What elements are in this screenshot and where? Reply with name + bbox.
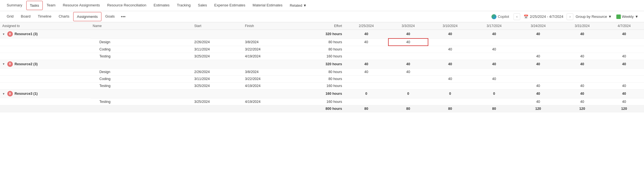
task-date-cell[interactable]: 40 xyxy=(560,83,604,89)
subnav-board[interactable]: Board xyxy=(18,12,34,21)
task-date-cell[interactable]: 40 xyxy=(560,98,604,105)
task-start: 2/26/2024 xyxy=(192,69,243,76)
task-date-cell[interactable] xyxy=(344,46,388,53)
task-date-cell[interactable]: 40 xyxy=(428,76,472,83)
resource-start xyxy=(192,30,243,39)
col-header-date-2: 3/10/2024 xyxy=(428,22,472,30)
prev-date-button[interactable]: ‹ xyxy=(514,13,520,20)
task-date-cell[interactable]: 40 xyxy=(472,46,516,53)
nav-team[interactable]: Team xyxy=(43,1,59,10)
task-date-cell[interactable] xyxy=(516,76,560,83)
task-date-cell[interactable]: 40 xyxy=(344,38,388,46)
task-date-cell[interactable]: 40 xyxy=(560,53,604,60)
expand-icon[interactable]: ▼ xyxy=(2,92,5,95)
task-date-cell[interactable] xyxy=(344,98,388,105)
nav-expense-estimates[interactable]: Expense Estimates xyxy=(211,1,249,10)
task-assigned-col xyxy=(0,46,91,53)
task-date-cell[interactable] xyxy=(388,76,428,83)
task-date-cell[interactable] xyxy=(560,76,604,83)
task-date-cell[interactable] xyxy=(428,69,472,76)
task-name: Design xyxy=(91,38,192,46)
copilot-icon xyxy=(491,14,496,19)
resource-name-col xyxy=(91,60,192,69)
subnav-timeline[interactable]: Timeline xyxy=(34,12,55,21)
nav-resource-assignments[interactable]: Resource Assignments xyxy=(60,1,103,10)
copilot-button[interactable]: Copilot xyxy=(489,13,511,20)
nav-related[interactable]: Related ▼ xyxy=(286,1,310,10)
task-date-cell[interactable] xyxy=(428,53,472,60)
task-date-cell[interactable]: 40 xyxy=(516,53,560,60)
total-row: 800 hours80808080120120120 xyxy=(0,105,644,112)
col-header-finish: Finish xyxy=(243,22,294,30)
task-start: 3/11/2024 xyxy=(192,46,243,53)
task-assigned-col xyxy=(0,76,91,83)
task-date-cell[interactable]: 40 xyxy=(428,46,472,53)
weekly-selector[interactable]: Weekly ▼ xyxy=(614,13,641,20)
more-options-button[interactable]: ••• xyxy=(119,12,128,21)
task-date-cell[interactable] xyxy=(388,83,428,89)
subnav-grid[interactable]: Grid xyxy=(3,12,17,21)
col-header-date-0: 2/25/2024 xyxy=(344,22,388,30)
expand-icon[interactable]: ▼ xyxy=(2,33,5,36)
task-date-cell[interactable] xyxy=(428,83,472,89)
task-date-cell[interactable]: 40 xyxy=(604,83,644,89)
task-name: Coding xyxy=(91,76,192,83)
task-name: Testing xyxy=(91,53,192,60)
next-date-button[interactable]: › xyxy=(567,13,573,20)
task-date-cell[interactable] xyxy=(560,38,604,46)
task-date-cell[interactable] xyxy=(344,53,388,60)
subnav-charts[interactable]: Charts xyxy=(55,12,73,21)
task-date-cell[interactable] xyxy=(604,76,644,83)
task-date-cell[interactable]: 40 xyxy=(388,69,428,76)
task-date-cell[interactable] xyxy=(560,69,604,76)
task-date-cell[interactable] xyxy=(388,46,428,53)
task-date-cell[interactable]: 40 xyxy=(604,98,644,105)
task-date-cell[interactable] xyxy=(388,98,428,105)
task-date-cell[interactable] xyxy=(560,46,604,53)
task-start: 3/25/2024 xyxy=(192,98,243,105)
task-date-cell[interactable]: 40 xyxy=(516,98,560,105)
task-date-cell[interactable] xyxy=(472,98,516,105)
resource-date-6: 40 xyxy=(604,30,644,39)
task-date-cell[interactable] xyxy=(604,38,644,46)
resource-date-3: 0 xyxy=(472,89,516,98)
task-date-cell[interactable] xyxy=(428,98,472,105)
nav-sales[interactable]: Sales xyxy=(194,1,210,10)
task-date-cell[interactable]: 40 xyxy=(516,83,560,89)
task-date-cell[interactable] xyxy=(344,76,388,83)
task-date-cell[interactable] xyxy=(388,53,428,60)
task-date-cell[interactable]: 40 xyxy=(388,38,428,46)
expand-icon[interactable]: ▼ xyxy=(2,62,5,66)
nav-summary[interactable]: Summary xyxy=(3,1,26,10)
task-date-cell[interactable] xyxy=(428,38,472,46)
task-date-cell[interactable] xyxy=(472,38,516,46)
subnav-assignments[interactable]: Assignments xyxy=(73,12,101,21)
task-date-cell[interactable]: 40 xyxy=(344,69,388,76)
resource-row-2: ▼ R Resource2 (3)320 hours40404040404040 xyxy=(0,60,644,69)
resource-date-5: 40 xyxy=(560,89,604,98)
task-date-cell[interactable] xyxy=(604,69,644,76)
nav-resource-reconciliation[interactable]: Resource Reconciliation xyxy=(104,1,150,10)
task-date-cell[interactable] xyxy=(516,46,560,53)
task-date-cell[interactable] xyxy=(516,38,560,46)
group-by-selector[interactable]: Group by Resource ▼ xyxy=(576,14,612,19)
total-date-6: 120 xyxy=(604,105,644,112)
task-date-cell[interactable] xyxy=(472,53,516,60)
nav-material-estimates[interactable]: Material Estimates xyxy=(249,1,286,10)
date-range-selector[interactable]: 📅 2/25/2024 - 4/7/2024 xyxy=(522,14,564,19)
col-header-date-3: 3/17/2024 xyxy=(472,22,516,30)
col-header-date-1: 3/3/2024 xyxy=(388,22,428,30)
task-date-cell[interactable]: 40 xyxy=(472,76,516,83)
task-date-cell[interactable] xyxy=(604,46,644,53)
task-date-cell[interactable] xyxy=(472,69,516,76)
subnav-goals[interactable]: Goals xyxy=(102,12,118,21)
resource-date-2: 0 xyxy=(428,89,472,98)
sub-nav-right-controls: Copilot ‹ 📅 2/25/2024 - 4/7/2024 › Group… xyxy=(489,13,641,20)
task-date-cell[interactable] xyxy=(516,69,560,76)
nav-tracking[interactable]: Tracking xyxy=(174,1,194,10)
nav-estimates[interactable]: Estimates xyxy=(150,1,173,10)
task-date-cell[interactable] xyxy=(472,83,516,89)
task-date-cell[interactable] xyxy=(344,83,388,89)
task-date-cell[interactable]: 40 xyxy=(604,53,644,60)
nav-tasks[interactable]: Tasks xyxy=(26,1,43,10)
